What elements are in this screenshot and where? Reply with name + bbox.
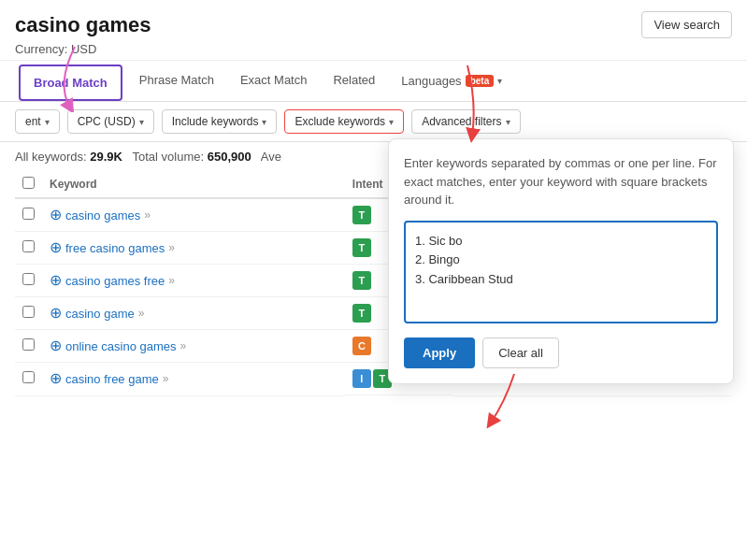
keyword-arrows-icon: » <box>168 241 175 254</box>
row-checkbox[interactable] <box>22 338 35 351</box>
keyword-arrows-icon: » <box>163 372 169 385</box>
keyword-text: online casino games <box>65 339 177 353</box>
filter-advanced-label: Advanced filters <box>422 115 501 128</box>
currency-label: Currency: USD <box>15 42 732 56</box>
intent-badge: T <box>352 271 371 290</box>
add-keyword-icon[interactable]: ⊕ <box>50 273 62 288</box>
ave-label: Ave <box>261 150 281 164</box>
total-volume-label: Total volume: <box>133 150 205 164</box>
keyword-text: casino free game <box>65 372 159 386</box>
keyword-arrows-icon: » <box>168 274 175 287</box>
keyword-arrows-icon: » <box>144 208 151 222</box>
tab-languages[interactable]: Languages beta ▾ <box>388 66 515 95</box>
filter-advanced-chevron-icon: ▾ <box>506 117 510 127</box>
apply-button[interactable]: Apply <box>404 337 475 368</box>
keyword-text: casino games <box>65 208 140 223</box>
filter-cpc-label: CPC (USD) <box>78 115 136 128</box>
add-keyword-icon[interactable]: ⊕ <box>50 240 62 255</box>
all-keywords-value: 29.9K <box>90 150 122 164</box>
add-keyword-icon[interactable]: ⊕ <box>50 306 62 321</box>
select-all-checkbox[interactable] <box>22 177 35 189</box>
add-keyword-icon[interactable]: ⊕ <box>50 371 62 386</box>
filter-intent-chevron-icon: ▾ <box>45 117 50 127</box>
col-checkbox <box>15 171 42 198</box>
row-checkbox[interactable] <box>22 273 35 285</box>
filter-include-label: Include keywords <box>172 115 259 128</box>
popup-description: Enter keywords separated by commas or on… <box>404 154 718 209</box>
popup-actions: Apply Clear all <box>404 337 718 368</box>
exclude-keywords-popup: Enter keywords separated by commas or on… <box>388 138 734 384</box>
languages-chevron-icon: ▾ <box>497 76 502 86</box>
view-search-button[interactable]: View search <box>641 11 732 38</box>
row-checkbox[interactable] <box>22 306 35 318</box>
tabs-row: Broad Match Phrase Match Exact Match Rel… <box>0 61 747 102</box>
filter-cpc[interactable]: CPC (USD) ▾ <box>67 109 154 134</box>
filter-exclude-label: Exclude keywords <box>294 115 385 128</box>
filter-include-chevron-icon: ▾ <box>262 117 266 127</box>
filter-exclude-chevron-icon: ▾ <box>389 117 394 127</box>
beta-badge: beta <box>466 75 495 87</box>
add-keyword-icon[interactable]: ⊕ <box>50 208 62 223</box>
intent-badge: T <box>352 206 371 224</box>
tab-phrase-match[interactable]: Phrase Match <box>126 64 227 98</box>
keyword-arrows-icon: » <box>180 339 187 352</box>
page-title: casino games <box>15 13 151 37</box>
add-keyword-icon[interactable]: ⊕ <box>50 338 62 353</box>
filter-intent[interactable]: ent ▾ <box>15 109 60 134</box>
all-keywords-label: All keywords: <box>15 150 87 164</box>
header: casino games View search Currency: USD <box>0 0 747 61</box>
keyword-arrows-icon: » <box>138 307 145 320</box>
tab-broad-match[interactable]: Broad Match <box>19 65 122 101</box>
keyword-text: casino game <box>65 307 135 321</box>
clear-all-button[interactable]: Clear all <box>482 337 559 368</box>
tab-exact-match[interactable]: Exact Match <box>227 64 321 98</box>
textarea-container: 1. Sic bo 2. Bingo 3. Caribbean Stud <box>404 221 718 326</box>
filter-cpc-chevron-icon: ▾ <box>139 117 144 127</box>
intent-badge-i: I <box>352 369 371 388</box>
page-container: casino games View search Currency: USD B… <box>0 0 747 560</box>
exclude-keywords-textarea[interactable]: 1. Sic bo 2. Bingo 3. Caribbean Stud <box>404 221 718 323</box>
total-volume-value: 650,900 <box>208 150 251 164</box>
row-checkbox[interactable] <box>22 240 35 252</box>
row-checkbox[interactable] <box>22 208 35 220</box>
filter-exclude-keywords[interactable]: Exclude keywords ▾ <box>284 109 404 134</box>
intent-badge: T <box>352 304 371 323</box>
keyword-text: free casino games <box>65 241 165 255</box>
intent-badge: T <box>352 238 371 257</box>
filters-row: ent ▾ CPC (USD) ▾ Include keywords ▾ Exc… <box>0 102 747 142</box>
keyword-text: casino games free <box>65 274 165 288</box>
filter-include-keywords[interactable]: Include keywords ▾ <box>162 109 278 134</box>
col-keyword: Keyword <box>42 171 345 198</box>
languages-label: Languages <box>401 74 461 88</box>
filter-advanced[interactable]: Advanced filters ▾ <box>411 109 520 134</box>
filter-intent-label: ent <box>25 115 41 128</box>
tab-related[interactable]: Related <box>320 64 388 98</box>
row-checkbox[interactable] <box>22 371 35 383</box>
intent-badge: C <box>352 337 371 355</box>
